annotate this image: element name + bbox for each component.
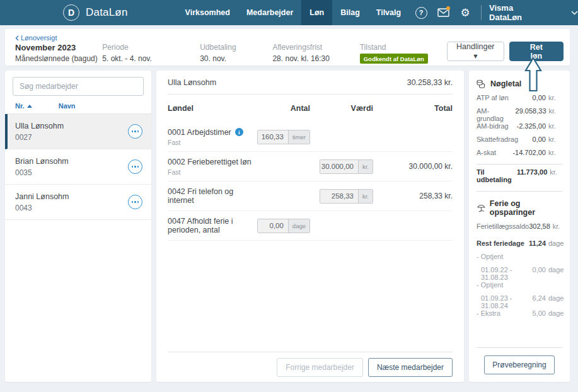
employee-list-header: Nr. Navn <box>5 101 151 114</box>
brand-name: DataLøn <box>86 6 128 19</box>
col-antal: Antal <box>257 104 310 113</box>
periode-column: Periode 5. okt. - 4. nov. <box>102 34 200 63</box>
account-name: Visma DataLøn <box>489 3 538 22</box>
account-menu[interactable]: Visma DataLøn <box>489 0 578 25</box>
antal-input[interactable]: 0,00 dage <box>257 219 310 233</box>
ferie-row: 01.09.22 - 31.08.230,00dage <box>477 266 562 281</box>
status-badge: Godkendt af DataLøn <box>360 54 428 64</box>
payslip-panel: Ulla Lønsohm 30.258,33 kr. Løndel Antal … <box>156 71 464 382</box>
londel-note: Fast <box>168 139 252 146</box>
employee-number: 0027 <box>15 133 64 142</box>
nav-virksomhed[interactable]: Virksomhed <box>177 0 238 25</box>
nav-bilag[interactable]: Bilag <box>332 0 368 25</box>
payslip-summary-row: Ulla Lønsohm 30.258,33 kr. <box>168 71 453 95</box>
londel-note: Fast <box>168 168 252 176</box>
udbetaling-value: 30. nov. <box>200 54 272 63</box>
caret-down-icon: ▾ <box>473 52 477 61</box>
unit-label: dage <box>288 219 309 233</box>
key-figure-row: ATP af løn0,00kr. <box>477 94 562 107</box>
employee-options-icon[interactable] <box>128 124 142 139</box>
sort-by-nr[interactable]: Nr. <box>15 102 32 110</box>
periode-label: Periode <box>102 43 200 52</box>
udbetaling-label: Udbetaling <box>200 43 272 52</box>
help-icon[interactable]: ? <box>413 4 429 21</box>
topbar-icons: ? ⚙ <box>413 0 473 25</box>
breadcrumb-label: Lønoversigt <box>21 34 57 42</box>
employee-options-icon[interactable] <box>128 195 142 209</box>
employee-options-icon[interactable] <box>128 159 142 174</box>
beach-umbrella-icon <box>477 204 486 213</box>
employee-sidebar: Nr. Navn Ulla Lønsohm 0027 Brian Lønsohm… <box>5 71 151 382</box>
unit-label: kr. <box>358 190 373 203</box>
ferie-header: Ferie og opsparinger <box>477 199 562 217</box>
annotation-arrow-up-icon <box>524 57 542 92</box>
periode-value: 5. okt. - 4. nov. <box>102 54 200 63</box>
payslip-total: 30.258,33 kr. <box>407 78 453 87</box>
londel-label: 0047 Afholdt ferie i perioden, antal <box>168 217 252 234</box>
payslip-footer: Forrige medarbejder Næste medarbejder <box>168 352 453 382</box>
page-subtitle: Månedslønnede (bagud) <box>15 54 102 63</box>
payslip-row-0042: 0042 Fri telefon og internet 258,33 kr. … <box>168 182 453 211</box>
col-total: Total <box>378 104 453 113</box>
nav-tilvalg[interactable]: Tilvalg <box>368 0 409 25</box>
key-figure-total-row: Til udbetaling11.773,00kr. <box>477 164 562 183</box>
page-title: November 2023 <box>15 43 102 52</box>
ferie-row: - Optjent <box>477 253 562 266</box>
ferie-title: Ferie og opsparinger <box>490 199 562 217</box>
next-employee-button[interactable]: Næste medarbejder <box>368 358 453 377</box>
nav-lon[interactable]: Løn <box>301 0 332 25</box>
chevron-left-icon <box>15 35 19 41</box>
ferie-row: - Ekstra5,00dage <box>477 309 562 323</box>
employee-name: Janni Lønsohm <box>15 192 69 201</box>
mail-icon[interactable] <box>435 4 451 21</box>
udbetaling-column: Udbetaling 30. nov. <box>200 34 272 63</box>
key-figure-row: A-skat-14.702,00kr. <box>477 149 562 162</box>
nogletal-title: Nøgletal <box>490 79 521 88</box>
antal-input[interactable]: 160,33 timer <box>257 130 310 144</box>
afleveringsfrist-label: Afleveringsfrist <box>272 43 359 52</box>
nav-medarbejder[interactable]: Medarbejder <box>238 0 301 25</box>
row-total: 258,33 kr. <box>378 192 453 200</box>
ferie-row: 01.09.23 - 31.08.246,24dage <box>477 294 562 309</box>
content-area: Nr. Navn Ulla Lønsohm 0027 Brian Lønsohm… <box>5 71 570 382</box>
vaerdi-input[interactable]: 258,33 kr. <box>320 189 373 204</box>
sort-asc-icon <box>27 105 32 108</box>
search-input[interactable] <box>13 77 144 96</box>
key-figure-row: AM-bidrag-2.325,00kr. <box>477 122 562 135</box>
londel-label: 0002 Ferieberettiget løn <box>168 158 251 166</box>
employee-item-ulla[interactable]: Ulla Lønsohm 0027 <box>5 114 151 149</box>
key-figures-panel: Nøgletal ATP af løn0,00kr. AM-grundlag29… <box>469 71 570 382</box>
londel-label: 0001 Arbejdstimer <box>168 128 231 137</box>
provebergning-button[interactable]: Prøveberegning <box>484 355 554 374</box>
ferie-row: - Optjent <box>477 281 562 294</box>
key-figure-row: Skattefradrag0,00kr. <box>477 135 562 149</box>
brand-logo[interactable]: D DataLøn <box>63 0 128 25</box>
londel-label: 0042 Fri telefon og internet <box>168 187 252 205</box>
payslip-column-headers: Løndel Antal Værdi Total <box>168 95 453 122</box>
header-actions: Handlinger ▾ Ret løn <box>447 34 564 61</box>
afleveringsfrist-column: Afleveringsfrist 28. nov. kl. 16:30 <box>272 34 359 63</box>
payroll-period-block: Lønoversigt November 2023 Månedslønnede … <box>15 34 102 63</box>
payslip-row-0047: 0047 Afholdt ferie i perioden, antal 0,0… <box>168 211 453 241</box>
payroll-header: Lønoversigt November 2023 Månedslønnede … <box>5 29 570 66</box>
payslip-row-0001: 0001 Arbejdstimer i Fast 160,33 timer <box>168 122 453 152</box>
employee-item-brian[interactable]: Brian Lønsohm 0035 <box>5 149 151 185</box>
employee-item-janni[interactable]: Janni Lønsohm 0043 <box>5 185 151 220</box>
settings-gear-icon[interactable]: ⚙ <box>457 4 473 21</box>
col-vaerdi: Værdi <box>315 104 373 113</box>
unit-label: timer <box>288 130 309 144</box>
afleveringsfrist-value: 28. nov. kl. 16:30 <box>272 54 359 63</box>
sort-by-navn[interactable]: Navn <box>59 102 76 110</box>
payslip-row-0002: 0002 Ferieberettiget løn Fast 30.000,00 … <box>168 152 453 182</box>
tilstand-column: Tilstand Godkendt af DataLøn <box>360 34 447 64</box>
nogletal-header: Nøgletal <box>477 79 562 88</box>
previous-employee-button[interactable]: Forrige medarbejder <box>277 358 363 377</box>
handlinger-button[interactable]: Handlinger ▾ <box>447 42 504 61</box>
breadcrumb[interactable]: Lønoversigt <box>15 34 102 42</box>
vaerdi-input[interactable]: 30.000,00 kr. <box>320 159 373 174</box>
coins-icon <box>477 79 487 88</box>
notification-dot <box>446 6 450 10</box>
info-icon[interactable]: i <box>235 128 243 136</box>
ferie-row: Rest feriedage11,24dage <box>477 239 562 253</box>
employee-number: 0035 <box>15 168 69 177</box>
